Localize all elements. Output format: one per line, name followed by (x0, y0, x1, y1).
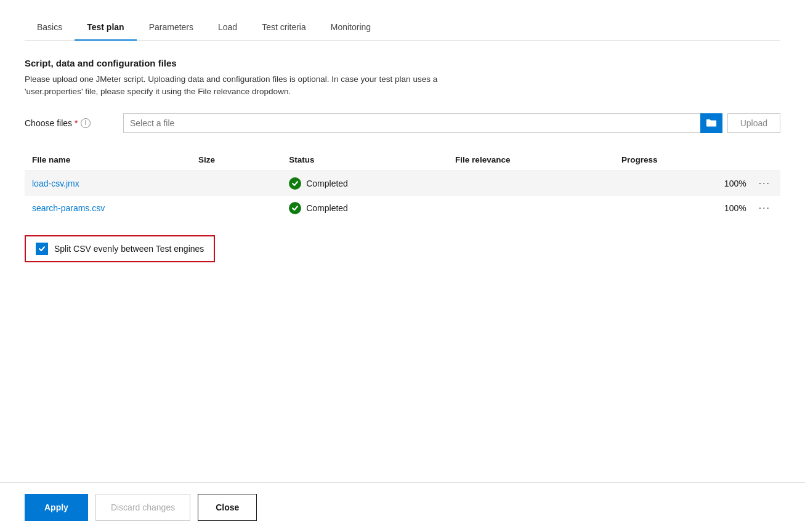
row-menu-button-1[interactable]: ··· (756, 178, 773, 189)
file-input-container: Upload (123, 113, 780, 133)
progress-pct-2: 100% (724, 203, 746, 213)
tab-monitoring[interactable]: Monitoring (318, 15, 383, 41)
split-csv-checkbox-container[interactable]: Split CSV evenly between Test engines (25, 235, 215, 262)
status-check-icon-2 (289, 202, 301, 214)
split-csv-label: Split CSV evenly between Test engines (54, 244, 204, 254)
tab-basics[interactable]: Basics (25, 15, 75, 41)
apply-button[interactable]: Apply (25, 494, 88, 521)
cell-filename-1[interactable]: load-csv.jmx (25, 171, 191, 196)
section-title: Script, data and configuration files (25, 58, 780, 68)
cell-filename-2[interactable]: search-params.csv (25, 196, 191, 220)
col-header-progress: Progress (614, 150, 780, 171)
col-header-status: Status (281, 150, 448, 171)
table-row: load-csv.jmx Completed (25, 171, 780, 196)
file-chooser-row: Choose files * i Upload (25, 113, 780, 133)
status-text-1: Completed (306, 179, 348, 188)
file-select-input[interactable] (123, 113, 700, 133)
checkbox-checked-icon (36, 243, 48, 255)
file-link-1[interactable]: load-csv.jmx (32, 179, 79, 188)
section-description: Please upload one JMeter script. Uploadi… (25, 73, 780, 99)
upload-button[interactable]: Upload (727, 113, 780, 133)
cell-progress-1: 100% ··· (614, 171, 780, 196)
tab-test-criteria[interactable]: Test criteria (249, 15, 318, 41)
status-text-2: Completed (306, 203, 348, 213)
cell-status-1: Completed (281, 171, 448, 196)
info-icon[interactable]: i (81, 118, 91, 128)
cell-size-2 (191, 196, 281, 220)
tab-parameters[interactable]: Parameters (137, 15, 206, 41)
progress-pct-1: 100% (724, 179, 746, 188)
col-header-filename: File name (25, 150, 191, 171)
cell-relevance-1 (448, 171, 614, 196)
cell-relevance-2 (448, 196, 614, 220)
choose-files-label: Choose files * i (25, 118, 123, 128)
tab-test-plan[interactable]: Test plan (75, 15, 136, 41)
table-row: search-params.csv Completed (25, 196, 780, 220)
tab-load[interactable]: Load (206, 15, 249, 41)
file-browse-button[interactable] (700, 113, 722, 133)
file-table: File name Size Status File relevance Pro… (25, 150, 780, 220)
cell-status-2: Completed (281, 196, 448, 220)
bottom-bar: Apply Discard changes Close (0, 482, 805, 532)
row-menu-button-2[interactable]: ··· (756, 203, 773, 214)
status-check-icon-1 (289, 177, 301, 190)
col-header-size: Size (191, 150, 281, 171)
tab-bar: Basics Test plan Parameters Load Test cr… (25, 15, 780, 41)
file-link-2[interactable]: search-params.csv (32, 203, 105, 213)
required-indicator: * (75, 118, 78, 128)
cell-progress-2: 100% ··· (614, 196, 780, 220)
discard-changes-button[interactable]: Discard changes (95, 494, 190, 521)
folder-icon (706, 118, 717, 129)
cell-size-1 (191, 171, 281, 196)
col-header-relevance: File relevance (448, 150, 614, 171)
close-button[interactable]: Close (198, 494, 257, 521)
